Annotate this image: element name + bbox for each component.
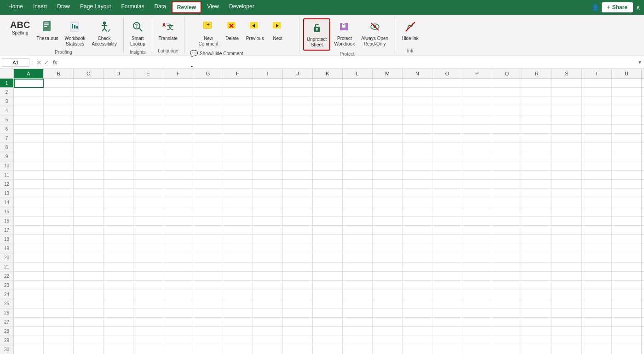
cell-G6[interactable] (193, 125, 223, 134)
cell-B19[interactable] (44, 244, 74, 253)
cell-O10[interactable] (432, 161, 462, 171)
cell-S5[interactable] (552, 115, 582, 125)
cell-P4[interactable] (462, 106, 492, 115)
cell-F18[interactable] (163, 235, 193, 244)
cell-I30[interactable] (253, 345, 283, 354)
cell-T22[interactable] (582, 272, 612, 281)
cell-D6[interactable] (104, 125, 133, 134)
cell-Q12[interactable] (492, 180, 522, 189)
grid-body[interactable]: 1234567891011121314151617181920212223242… (0, 79, 644, 354)
cell-C30[interactable] (74, 345, 104, 354)
cell-F9[interactable] (163, 152, 193, 161)
cell-E4[interactable] (133, 106, 163, 115)
cell-G5[interactable] (193, 115, 223, 125)
cell-U7[interactable] (612, 134, 642, 143)
cell-I20[interactable] (253, 253, 283, 263)
cell-Q16[interactable] (492, 217, 522, 226)
cell-H18[interactable] (223, 235, 253, 244)
cell-I26[interactable] (253, 308, 283, 318)
cell-M29[interactable] (373, 336, 402, 345)
cell-G20[interactable] (193, 253, 223, 263)
cell-J1[interactable] (283, 79, 313, 88)
cell-O21[interactable] (432, 263, 462, 272)
cell-O28[interactable] (432, 327, 462, 336)
cell-J26[interactable] (283, 308, 313, 318)
cell-C8[interactable] (74, 143, 104, 152)
name-box[interactable] (2, 58, 29, 67)
cell-U14[interactable] (612, 198, 642, 207)
cell-A14[interactable] (14, 198, 44, 207)
cell-H11[interactable] (223, 171, 253, 180)
cell-M22[interactable] (373, 272, 402, 281)
cell-K22[interactable] (313, 272, 343, 281)
cell-A29[interactable] (14, 336, 44, 345)
cell-M19[interactable] (373, 244, 402, 253)
cell-G3[interactable] (193, 97, 223, 106)
cell-A9[interactable] (14, 152, 44, 161)
cell-R13[interactable] (522, 189, 552, 198)
cell-A12[interactable] (14, 180, 44, 189)
cell-U1[interactable] (612, 79, 642, 88)
cell-K8[interactable] (313, 143, 343, 152)
cell-B5[interactable] (44, 115, 74, 125)
cell-H9[interactable] (223, 152, 253, 161)
cell-H13[interactable] (223, 189, 253, 198)
cell-L28[interactable] (343, 327, 373, 336)
cell-E14[interactable] (133, 198, 163, 207)
cell-D11[interactable] (104, 171, 133, 180)
cell-Q18[interactable] (492, 235, 522, 244)
cell-T13[interactable] (582, 189, 612, 198)
cell-S9[interactable] (552, 152, 582, 161)
cell-S22[interactable] (552, 272, 582, 281)
menu-insert[interactable]: Insert (29, 1, 52, 13)
cell-N9[interactable] (402, 152, 432, 161)
delete-comment-button[interactable]: Delete (222, 18, 242, 43)
cell-L13[interactable] (343, 189, 373, 198)
cell-U11[interactable] (612, 171, 642, 180)
cell-N21[interactable] (402, 263, 432, 272)
cell-E16[interactable] (133, 217, 163, 226)
cell-R30[interactable] (522, 345, 552, 354)
cell-L4[interactable] (343, 106, 373, 115)
cell-J17[interactable] (283, 226, 313, 235)
cell-C1[interactable] (74, 79, 104, 88)
cell-E3[interactable] (133, 97, 163, 106)
cell-K25[interactable] (313, 299, 343, 308)
cell-M12[interactable] (373, 180, 402, 189)
cell-H21[interactable] (223, 263, 253, 272)
cell-M24[interactable] (373, 290, 402, 299)
cell-D27[interactable] (104, 318, 133, 327)
cell-U16[interactable] (612, 217, 642, 226)
cell-E1[interactable] (133, 79, 163, 88)
cell-F8[interactable] (163, 143, 193, 152)
cell-P20[interactable] (462, 253, 492, 263)
cell-P6[interactable] (462, 125, 492, 134)
cell-J24[interactable] (283, 290, 313, 299)
cell-P25[interactable] (462, 299, 492, 308)
cell-P7[interactable] (462, 134, 492, 143)
cell-E13[interactable] (133, 189, 163, 198)
cell-D26[interactable] (104, 308, 133, 318)
cell-T17[interactable] (582, 226, 612, 235)
cell-L7[interactable] (343, 134, 373, 143)
cell-H7[interactable] (223, 134, 253, 143)
cell-F23[interactable] (163, 281, 193, 290)
cell-P29[interactable] (462, 336, 492, 345)
cell-U13[interactable] (612, 189, 642, 198)
cell-I6[interactable] (253, 125, 283, 134)
cell-U25[interactable] (612, 299, 642, 308)
cell-C13[interactable] (74, 189, 104, 198)
cell-C9[interactable] (74, 152, 104, 161)
cell-P8[interactable] (462, 143, 492, 152)
cell-A26[interactable] (14, 308, 44, 318)
cell-D14[interactable] (104, 198, 133, 207)
cell-K1[interactable] (313, 79, 343, 88)
cell-O9[interactable] (432, 152, 462, 161)
cell-R3[interactable] (522, 97, 552, 106)
cell-R10[interactable] (522, 161, 552, 171)
cell-Q7[interactable] (492, 134, 522, 143)
cell-L6[interactable] (343, 125, 373, 134)
cell-E26[interactable] (133, 308, 163, 318)
cell-M9[interactable] (373, 152, 402, 161)
cell-O14[interactable] (432, 198, 462, 207)
